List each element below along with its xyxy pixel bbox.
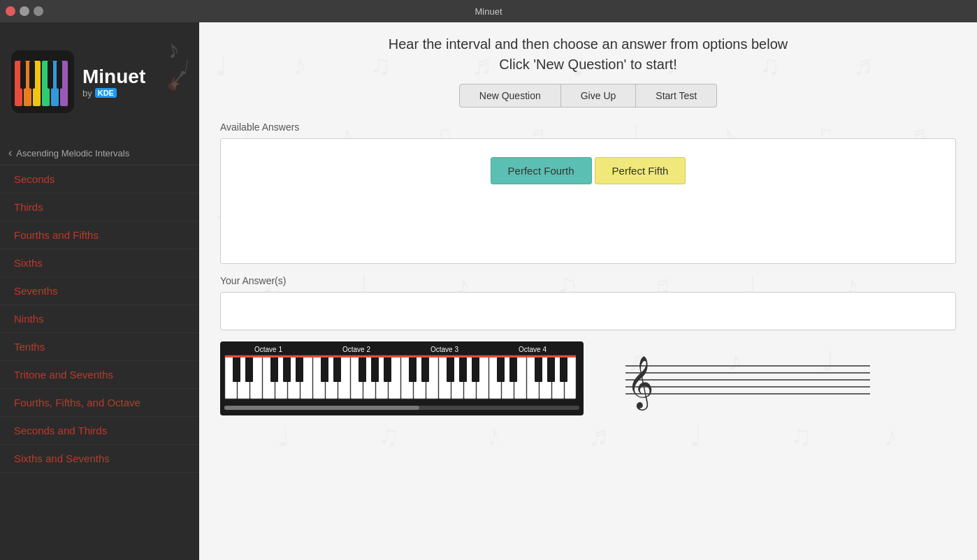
- svg-rect-52: [447, 355, 454, 382]
- svg-rect-48: [371, 355, 379, 382]
- staff-container: 𝄞: [598, 341, 956, 418]
- close-button[interactable]: [6, 6, 15, 16]
- sidebar-item-sixths[interactable]: Sixths: [0, 249, 199, 277]
- sidebar-section-header[interactable]: ‹ Ascending Melodic Intervals: [0, 141, 199, 165]
- toolbar: New Question Give Up Start Test: [220, 84, 956, 108]
- answer-buttons: Perfect Fourth Perfect Fifth: [491, 157, 686, 184]
- give-up-button[interactable]: Give Up: [561, 84, 637, 108]
- sidebar-logo: ♪ ♩ 🎸 Minuet by KDE: [0, 22, 199, 141]
- svg-rect-45: [321, 355, 328, 382]
- your-answers-label: Your Answer(s): [220, 275, 956, 286]
- svg-rect-59: [560, 355, 567, 382]
- svg-rect-42: [270, 355, 278, 382]
- instruction-line1: Hear the interval and then choose an ans…: [220, 36, 956, 52]
- sidebar-item-fourths-fifths-octave[interactable]: Fourths, Fifths, and Octave: [0, 389, 199, 417]
- app-logo-icon: [11, 50, 74, 113]
- app-container: ♪ ♩ 🎸 Minuet by KDE ‹ Ascending Melodic …: [0, 22, 977, 560]
- sidebar-item-tenths[interactable]: Tenths: [0, 333, 199, 361]
- instruction-line2: Click 'New Question' to start!: [220, 57, 956, 73]
- svg-rect-47: [359, 355, 366, 382]
- sidebar-item-seconds[interactable]: Seconds: [0, 165, 199, 193]
- sidebar-item-thirds[interactable]: Thirds: [0, 193, 199, 221]
- answers-box: Perfect Fourth Perfect Fifth: [220, 138, 956, 264]
- piano-container: Octave 1 Octave 2 Octave 3 Octave 4: [220, 341, 584, 415]
- by-label: by: [82, 88, 92, 98]
- app-name: Minuet: [82, 66, 145, 88]
- section-label: Ascending Melodic Intervals: [16, 148, 129, 159]
- svg-rect-54: [472, 355, 479, 382]
- instruction-block: Hear the interval and then choose an ans…: [220, 36, 956, 73]
- svg-rect-51: [421, 355, 429, 382]
- svg-rect-9: [48, 61, 53, 89]
- svg-rect-60: [225, 355, 576, 358]
- sidebar-item-sixths-sevenths[interactable]: Sixths and Sevenths: [0, 445, 199, 473]
- window-title: Minuet: [475, 6, 502, 17]
- sidebar-item-sevenths[interactable]: Sevenths: [0, 277, 199, 305]
- music-staff: 𝄞: [605, 348, 877, 411]
- minimize-button[interactable]: [20, 6, 29, 16]
- sidebar-item-tritone-sevenths[interactable]: Tritone and Sevenths: [0, 361, 199, 389]
- piano-keys: [224, 355, 577, 400]
- back-arrow-icon: ‹: [8, 147, 12, 159]
- svg-rect-10: [57, 61, 62, 89]
- bottom-area: Octave 1 Octave 2 Octave 3 Octave 4: [220, 341, 956, 418]
- logo-byline: by KDE: [82, 88, 117, 98]
- titlebar: Minuet: [0, 0, 977, 22]
- octave-4-label: Octave 4: [488, 346, 577, 353]
- octave-1-label: Octave 1: [224, 346, 312, 353]
- sidebar-item-fourths-fifths[interactable]: Fourths and Fifths: [0, 221, 199, 249]
- logo-text: Minuet by KDE: [82, 66, 145, 98]
- svg-rect-43: [283, 355, 291, 382]
- octave-labels: Octave 1 Octave 2 Octave 3 Octave 4: [224, 346, 579, 353]
- your-answers-box: [220, 292, 956, 330]
- start-test-button[interactable]: Start Test: [636, 84, 717, 108]
- new-question-button[interactable]: New Question: [459, 84, 561, 108]
- svg-rect-7: [20, 61, 26, 89]
- svg-rect-44: [296, 355, 303, 382]
- maximize-button[interactable]: [34, 6, 43, 16]
- svg-rect-56: [509, 355, 517, 382]
- svg-text:𝄞: 𝄞: [627, 356, 653, 411]
- svg-rect-46: [333, 355, 341, 382]
- piano-scrollbar-thumb: [224, 406, 419, 410]
- svg-rect-8: [29, 61, 35, 89]
- content-area: Hear the interval and then choose an ans…: [199, 22, 977, 560]
- kde-badge: KDE: [95, 88, 117, 98]
- answer-perfect-fourth[interactable]: Perfect Fourth: [491, 157, 592, 184]
- svg-rect-57: [535, 355, 542, 382]
- svg-rect-53: [459, 355, 467, 382]
- available-answers-label: Available Answers: [220, 121, 956, 133]
- svg-rect-41: [245, 355, 253, 382]
- piano-scrollbar[interactable]: [224, 406, 579, 410]
- svg-rect-58: [547, 355, 555, 382]
- sidebar-item-ninths[interactable]: Ninths: [0, 305, 199, 333]
- sidebar-nav: ‹ Ascending Melodic Intervals Seconds Th…: [0, 141, 199, 560]
- sidebar-item-seconds-thirds[interactable]: Seconds and Thirds: [0, 417, 199, 445]
- sidebar: ♪ ♩ 🎸 Minuet by KDE ‹ Ascending Melodic …: [0, 22, 199, 560]
- answer-perfect-fifth[interactable]: Perfect Fifth: [595, 157, 686, 184]
- svg-rect-55: [497, 355, 505, 382]
- svg-rect-50: [409, 355, 417, 382]
- svg-rect-49: [384, 355, 391, 382]
- window-controls: [6, 6, 43, 16]
- octave-2-label: Octave 2: [312, 346, 400, 353]
- svg-rect-40: [233, 355, 240, 382]
- octave-3-label: Octave 3: [400, 346, 488, 353]
- main-content: ♩ ♪ ♫ ♬ ♩ ♪ ♫ ♬ ♩ ♪ ♫ ♬ ♩ ♪ ♫ ♬ ♪ ♫ ♬ ♩ …: [199, 22, 977, 560]
